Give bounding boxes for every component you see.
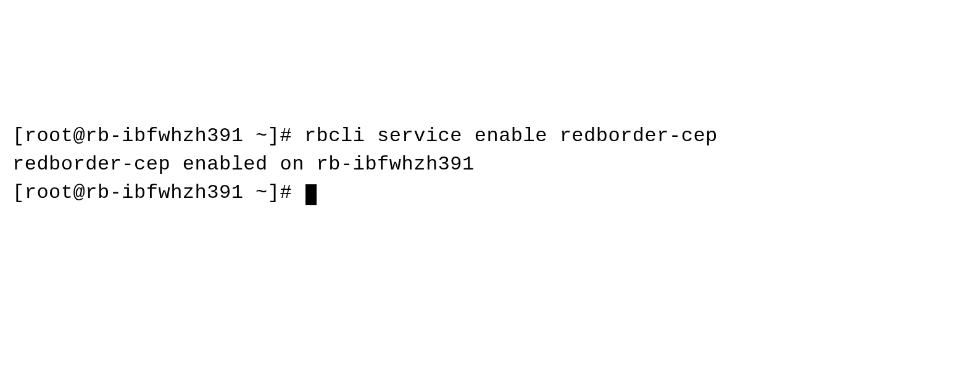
shell-prompt: [root@rb-ibfwhzh391 ~]# xyxy=(12,181,304,204)
terminal-line-command: [root@rb-ibfwhzh391 ~]# rbcli service en… xyxy=(12,122,968,150)
cursor-block-icon xyxy=(305,184,317,205)
output-text: redborder-cep enabled on rb-ibfwhzh391 xyxy=(12,153,475,176)
terminal-output[interactable]: [root@rb-ibfwhzh391 ~]# rbcli service en… xyxy=(12,122,968,208)
shell-prompt: [root@rb-ibfwhzh391 ~]# xyxy=(12,125,304,147)
command-text: rbcli service enable redborder-cep xyxy=(304,125,718,147)
terminal-line-prompt: [root@rb-ibfwhzh391 ~]# xyxy=(12,179,968,207)
terminal-line-output: redborder-cep enabled on rb-ibfwhzh391 xyxy=(12,150,968,179)
